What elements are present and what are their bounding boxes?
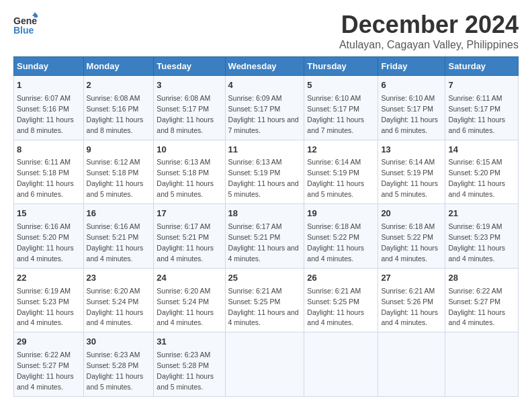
calendar-cell: 10Sunrise: 6:13 AMSunset: 5:18 PMDayligh… <box>154 140 225 204</box>
calendar-cell: 2Sunrise: 6:08 AMSunset: 5:16 PMDaylight… <box>83 76 154 140</box>
calendar-cell: 16Sunrise: 6:16 AMSunset: 5:21 PMDayligh… <box>83 204 154 269</box>
day-number: 13 <box>381 144 442 156</box>
main-title: December 2024 <box>339 11 519 39</box>
calendar-cell <box>225 332 304 397</box>
calendar-table: SundayMondayTuesdayWednesdayThursdayFrid… <box>13 56 519 397</box>
day-number: 11 <box>228 144 302 156</box>
day-number: 15 <box>17 208 81 220</box>
day-number: 26 <box>307 272 375 285</box>
cell-info: Sunrise: 6:13 AMSunset: 5:19 PMDaylight:… <box>228 158 299 198</box>
calendar-cell: 24Sunrise: 6:20 AMSunset: 5:24 PMDayligh… <box>154 268 225 332</box>
cell-info: Sunrise: 6:11 AMSunset: 5:17 PMDaylight:… <box>448 94 505 134</box>
calendar-cell: 31Sunrise: 6:23 AMSunset: 5:28 PMDayligh… <box>154 332 225 397</box>
day-number: 5 <box>307 79 375 92</box>
calendar-week-row: 15Sunrise: 6:16 AMSunset: 5:20 PMDayligh… <box>14 204 519 269</box>
cell-info: Sunrise: 6:21 AMSunset: 5:25 PMDaylight:… <box>228 287 299 327</box>
calendar-cell: 12Sunrise: 6:14 AMSunset: 5:19 PMDayligh… <box>304 140 378 204</box>
calendar-cell: 5Sunrise: 6:10 AMSunset: 5:17 PMDaylight… <box>304 76 378 140</box>
cell-info: Sunrise: 6:14 AMSunset: 5:19 PMDaylight:… <box>381 158 438 198</box>
calendar-week-row: 1Sunrise: 6:07 AMSunset: 5:16 PMDaylight… <box>14 76 519 140</box>
cell-info: Sunrise: 6:12 AMSunset: 5:18 PMDaylight:… <box>87 158 144 198</box>
header-saturday: Saturday <box>445 57 519 76</box>
header-tuesday: Tuesday <box>154 57 225 76</box>
cell-info: Sunrise: 6:17 AMSunset: 5:21 PMDaylight:… <box>228 222 299 263</box>
day-number: 7 <box>448 79 515 92</box>
logo-icon: General Blue <box>13 11 38 38</box>
logo: General Blue <box>13 11 38 38</box>
day-number: 24 <box>157 272 222 285</box>
calendar-week-row: 8Sunrise: 6:11 AMSunset: 5:18 PMDaylight… <box>14 140 519 204</box>
cell-info: Sunrise: 6:15 AMSunset: 5:20 PMDaylight:… <box>448 158 505 198</box>
header-sunday: Sunday <box>14 57 84 76</box>
calendar-header-row: SundayMondayTuesdayWednesdayThursdayFrid… <box>14 57 519 76</box>
calendar-cell: 9Sunrise: 6:12 AMSunset: 5:18 PMDaylight… <box>83 140 154 204</box>
calendar-cell: 30Sunrise: 6:23 AMSunset: 5:28 PMDayligh… <box>83 332 154 397</box>
cell-info: Sunrise: 6:08 AMSunset: 5:16 PMDaylight:… <box>87 94 144 134</box>
day-number: 19 <box>307 208 375 220</box>
cell-info: Sunrise: 6:14 AMSunset: 5:19 PMDaylight:… <box>307 158 364 198</box>
cell-info: Sunrise: 6:21 AMSunset: 5:25 PMDaylight:… <box>307 287 364 327</box>
cell-info: Sunrise: 6:19 AMSunset: 5:23 PMDaylight:… <box>17 287 74 327</box>
calendar-cell: 19Sunrise: 6:18 AMSunset: 5:22 PMDayligh… <box>304 204 378 269</box>
calendar-cell: 15Sunrise: 6:16 AMSunset: 5:20 PMDayligh… <box>14 204 84 269</box>
calendar-cell <box>304 332 378 397</box>
calendar-cell: 8Sunrise: 6:11 AMSunset: 5:18 PMDaylight… <box>14 140 84 204</box>
title-area: December 2024 Atulayan, Cagayan Valley, … <box>339 11 519 51</box>
cell-info: Sunrise: 6:07 AMSunset: 5:16 PMDaylight:… <box>17 94 74 134</box>
calendar-cell: 22Sunrise: 6:19 AMSunset: 5:23 PMDayligh… <box>14 268 84 332</box>
cell-info: Sunrise: 6:16 AMSunset: 5:20 PMDaylight:… <box>17 222 74 263</box>
cell-info: Sunrise: 6:22 AMSunset: 5:27 PMDaylight:… <box>448 287 505 327</box>
calendar-cell: 21Sunrise: 6:19 AMSunset: 5:23 PMDayligh… <box>445 204 519 269</box>
day-number: 8 <box>17 144 81 156</box>
header-monday: Monday <box>83 57 154 76</box>
day-number: 25 <box>228 272 302 285</box>
day-number: 16 <box>87 208 151 220</box>
cell-info: Sunrise: 6:18 AMSunset: 5:22 PMDaylight:… <box>307 222 364 263</box>
cell-info: Sunrise: 6:13 AMSunset: 5:18 PMDaylight:… <box>157 158 214 198</box>
day-number: 31 <box>157 336 222 349</box>
day-number: 23 <box>87 272 151 285</box>
day-number: 12 <box>307 144 375 156</box>
day-number: 28 <box>448 272 515 285</box>
header-friday: Friday <box>378 57 445 76</box>
day-number: 14 <box>448 144 515 156</box>
calendar-week-row: 22Sunrise: 6:19 AMSunset: 5:23 PMDayligh… <box>14 268 519 332</box>
calendar-cell: 7Sunrise: 6:11 AMSunset: 5:17 PMDaylight… <box>445 76 519 140</box>
day-number: 29 <box>17 336 81 349</box>
day-number: 21 <box>448 208 515 220</box>
cell-info: Sunrise: 6:10 AMSunset: 5:17 PMDaylight:… <box>381 94 438 134</box>
day-number: 1 <box>17 79 81 92</box>
cell-info: Sunrise: 6:23 AMSunset: 5:28 PMDaylight:… <box>87 351 144 391</box>
calendar-cell: 4Sunrise: 6:09 AMSunset: 5:17 PMDaylight… <box>225 76 304 140</box>
header-wednesday: Wednesday <box>225 57 304 76</box>
day-number: 22 <box>17 272 81 285</box>
day-number: 3 <box>157 79 222 92</box>
calendar-cell: 3Sunrise: 6:08 AMSunset: 5:17 PMDaylight… <box>154 76 225 140</box>
calendar-cell: 27Sunrise: 6:21 AMSunset: 5:26 PMDayligh… <box>378 268 445 332</box>
calendar-cell: 25Sunrise: 6:21 AMSunset: 5:25 PMDayligh… <box>225 268 304 332</box>
day-number: 2 <box>87 79 151 92</box>
calendar-cell: 26Sunrise: 6:21 AMSunset: 5:25 PMDayligh… <box>304 268 378 332</box>
header-thursday: Thursday <box>304 57 378 76</box>
svg-text:Blue: Blue <box>13 25 34 35</box>
cell-info: Sunrise: 6:17 AMSunset: 5:21 PMDaylight:… <box>157 222 214 263</box>
day-number: 20 <box>381 208 442 220</box>
calendar-cell: 14Sunrise: 6:15 AMSunset: 5:20 PMDayligh… <box>445 140 519 204</box>
calendar-cell: 28Sunrise: 6:22 AMSunset: 5:27 PMDayligh… <box>445 268 519 332</box>
cell-info: Sunrise: 6:19 AMSunset: 5:23 PMDaylight:… <box>448 222 505 263</box>
calendar-cell: 1Sunrise: 6:07 AMSunset: 5:16 PMDaylight… <box>14 76 84 140</box>
calendar-cell <box>378 332 445 397</box>
day-number: 18 <box>228 208 302 220</box>
cell-info: Sunrise: 6:21 AMSunset: 5:26 PMDaylight:… <box>381 287 438 327</box>
calendar-cell: 6Sunrise: 6:10 AMSunset: 5:17 PMDaylight… <box>378 76 445 140</box>
calendar-cell: 18Sunrise: 6:17 AMSunset: 5:21 PMDayligh… <box>225 204 304 269</box>
day-number: 27 <box>381 272 442 285</box>
cell-info: Sunrise: 6:16 AMSunset: 5:21 PMDaylight:… <box>87 222 144 263</box>
calendar-cell: 17Sunrise: 6:17 AMSunset: 5:21 PMDayligh… <box>154 204 225 269</box>
cell-info: Sunrise: 6:18 AMSunset: 5:22 PMDaylight:… <box>381 222 438 263</box>
calendar-cell <box>445 332 519 397</box>
day-number: 9 <box>87 144 151 156</box>
cell-info: Sunrise: 6:20 AMSunset: 5:24 PMDaylight:… <box>157 287 214 327</box>
calendar-cell: 29Sunrise: 6:22 AMSunset: 5:27 PMDayligh… <box>14 332 84 397</box>
cell-info: Sunrise: 6:23 AMSunset: 5:28 PMDaylight:… <box>157 351 214 391</box>
